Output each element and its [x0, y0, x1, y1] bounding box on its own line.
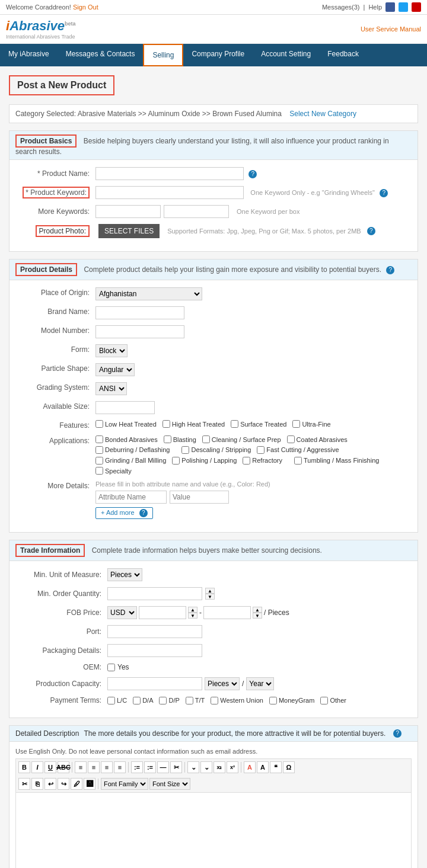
payment-dp-check[interactable] — [159, 697, 167, 704]
desc-help-icon[interactable]: ? — [393, 729, 401, 738]
hr-button[interactable]: — — [157, 761, 169, 773]
nav-my-iabrasive[interactable]: My iAbrasive — [0, 44, 58, 66]
feature-ultra-fine[interactable]: Ultra-Fine — [292, 420, 330, 428]
app-polishing-check[interactable] — [172, 457, 180, 465]
payment-lc-check[interactable] — [107, 697, 115, 704]
oem-checkbox[interactable] — [107, 664, 115, 671]
fob-min-down[interactable]: ▼ — [188, 613, 197, 619]
app-coated-check[interactable] — [287, 435, 295, 443]
cut-button[interactable]: ✂ — [18, 778, 30, 790]
form-select[interactable]: Block — [95, 344, 128, 357]
fob-max-input[interactable] — [203, 606, 251, 619]
payment-wu-check[interactable] — [211, 697, 218, 704]
app-polishing[interactable]: Polishing / Lapping — [172, 457, 237, 465]
messages-link[interactable]: Messages(3) — [322, 4, 360, 11]
google-icon[interactable] — [412, 2, 421, 12]
product-name-help-icon[interactable]: ? — [248, 170, 257, 178]
payment-other-check[interactable] — [320, 697, 328, 704]
app-bonded-check[interactable] — [95, 435, 103, 443]
nav-feedback[interactable]: Feedback — [319, 44, 367, 66]
model-number-input[interactable] — [95, 325, 184, 338]
superscript-button[interactable]: x² — [227, 761, 238, 773]
signout-link[interactable]: Sign Out — [73, 4, 98, 11]
min-unit-select[interactable]: Pieces — [107, 568, 142, 581]
grading-system-select[interactable]: ANSI — [95, 382, 127, 395]
font-size-select[interactable]: Font Size — [149, 778, 190, 790]
nav-account-setting[interactable]: Account Setting — [253, 44, 319, 66]
font-family-select[interactable]: Font Family — [101, 778, 148, 790]
nav-messages[interactable]: Messages & Contacts — [58, 44, 144, 66]
app-descaling[interactable]: Descaling / Stripping — [181, 446, 251, 454]
add-more-button[interactable]: + Add more ? — [95, 507, 153, 519]
product-name-input[interactable] — [95, 167, 244, 180]
nav-company-profile[interactable]: Company Profile — [183, 44, 253, 66]
app-fast-cutting[interactable]: Fast Cutting / Aggressive — [257, 446, 339, 454]
payment-lc[interactable]: L/C — [107, 697, 127, 704]
font-color-button[interactable]: 🅰 — [84, 778, 95, 790]
strikethrough-button[interactable]: ABC — [58, 761, 69, 773]
packaging-input[interactable] — [107, 644, 202, 657]
blockquote-button[interactable]: ❝ — [270, 761, 282, 773]
app-deburring-check[interactable] — [95, 446, 103, 454]
port-input[interactable] — [107, 625, 202, 638]
app-refractory[interactable]: Refractory — [243, 457, 282, 465]
capacity-period-select[interactable]: Year — [246, 677, 274, 690]
color-button[interactable]: A — [244, 761, 256, 773]
place-of-origin-select[interactable]: Afghanistan — [95, 287, 202, 300]
keyword-help-icon[interactable]: ? — [380, 189, 388, 197]
underline-button[interactable]: U — [44, 761, 56, 773]
capacity-input[interactable] — [107, 677, 202, 690]
app-specialty[interactable]: Specialty — [95, 467, 132, 475]
attr-value-input[interactable] — [170, 491, 229, 504]
capacity-unit-select[interactable]: Pieces — [205, 677, 240, 690]
user-service-link[interactable]: User Service Manual — [361, 25, 421, 33]
qty-down-button[interactable]: ▼ — [205, 594, 215, 600]
editor-area[interactable] — [15, 792, 412, 868]
align-justify-button[interactable]: ≡ — [114, 761, 126, 773]
app-fast-cutting-check[interactable] — [257, 446, 265, 454]
payment-wu[interactable]: Western Union — [211, 697, 263, 704]
indent-button[interactable]: ⌄ — [187, 761, 199, 773]
outdent-button[interactable]: ⌄ — [200, 761, 212, 773]
link-button[interactable]: ✂ — [170, 761, 182, 773]
more-keywords-input-2[interactable] — [164, 205, 229, 218]
oem-check-label[interactable]: Yes — [107, 663, 129, 671]
particle-shape-select[interactable]: Angular — [95, 363, 135, 376]
min-order-input[interactable] — [107, 587, 202, 600]
feature-ultra-fine-check[interactable] — [292, 420, 300, 428]
bold-button[interactable]: B — [18, 761, 30, 773]
app-tumbling-check[interactable] — [294, 457, 302, 465]
payment-mg-check[interactable] — [269, 697, 277, 704]
feature-low-heat[interactable]: Low Heat Treated — [95, 420, 157, 428]
app-coated[interactable]: Coated Abrasives — [287, 435, 348, 443]
special-char-button[interactable]: Ω — [283, 761, 295, 773]
app-tumbling[interactable]: Tumbling / Mass Finishing — [294, 457, 379, 465]
qty-up-button[interactable]: ▲ — [205, 588, 215, 594]
app-grinding-check[interactable] — [95, 457, 103, 465]
subscript-button[interactable]: x₂ — [214, 761, 225, 773]
brand-name-input[interactable] — [95, 306, 184, 319]
feature-low-heat-check[interactable] — [95, 420, 103, 428]
image-button[interactable]: 🖊 — [71, 778, 82, 790]
payment-dp[interactable]: D/P — [159, 697, 179, 704]
help-link[interactable]: Help — [368, 4, 382, 11]
payment-tt-check[interactable] — [186, 697, 193, 704]
fob-max-up[interactable]: ▲ — [253, 607, 262, 613]
app-cleaning[interactable]: Cleaning / Surface Prep — [202, 435, 281, 443]
app-descaling-check[interactable] — [181, 446, 189, 454]
payment-da[interactable]: D/A — [133, 697, 153, 704]
feature-surface[interactable]: Surface Treated — [231, 420, 286, 428]
nav-selling[interactable]: Selling — [143, 44, 183, 66]
product-keyword-input[interactable] — [95, 186, 244, 199]
app-refractory-check[interactable] — [243, 457, 250, 465]
select-files-button[interactable]: SELECT FILES — [98, 224, 160, 238]
app-cleaning-check[interactable] — [202, 435, 210, 443]
payment-da-check[interactable] — [133, 697, 141, 704]
fob-min-up[interactable]: ▲ — [188, 607, 197, 613]
redo-button[interactable]: ↪ — [58, 778, 69, 790]
fob-min-input[interactable] — [139, 606, 186, 619]
payment-tt[interactable]: T/T — [186, 697, 205, 704]
app-blasting-check[interactable] — [164, 435, 171, 443]
fob-currency-select[interactable]: USD — [107, 606, 137, 619]
app-blasting[interactable]: Blasting — [164, 435, 196, 443]
